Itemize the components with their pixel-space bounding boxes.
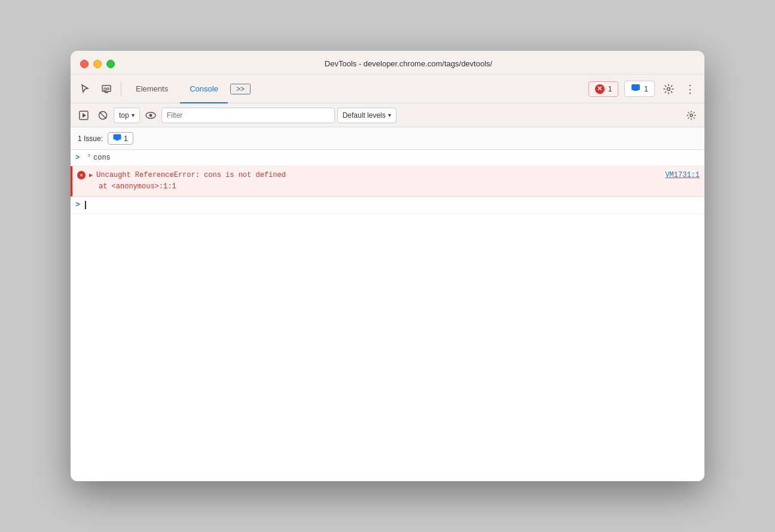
devtools-body: Elements Console >> ✕ 1 bbox=[71, 74, 704, 481]
issues-text: 1 Issue: bbox=[78, 134, 103, 143]
svg-rect-2 bbox=[104, 88, 106, 91]
clear-console-button[interactable] bbox=[94, 107, 111, 124]
error-source-link[interactable]: VM1731:1 bbox=[665, 171, 700, 179]
tab-bar: Elements Console >> ✕ 1 bbox=[71, 75, 704, 103]
tab-console[interactable]: Console bbox=[180, 75, 228, 103]
console-output: > › cons ✕ ▶ Uncaught ReferenceError: co… bbox=[71, 150, 704, 481]
message-badge-icon bbox=[631, 84, 640, 94]
svg-rect-13 bbox=[114, 134, 121, 140]
svg-point-11 bbox=[149, 114, 152, 117]
error-badge-count: 1 bbox=[608, 85, 612, 93]
svg-point-12 bbox=[690, 114, 692, 116]
issues-bar: 1 Issue: 1 bbox=[71, 127, 704, 150]
device-toolbar-button[interactable] bbox=[97, 80, 116, 99]
run-snippets-button[interactable] bbox=[75, 107, 92, 124]
settings-button[interactable] bbox=[659, 80, 678, 99]
svg-rect-4 bbox=[631, 84, 640, 90]
javascript-context-selector[interactable]: top ▾ bbox=[114, 108, 140, 123]
device-icon bbox=[101, 84, 112, 94]
tab-more-button[interactable]: >> bbox=[230, 84, 251, 94]
error-first-line: ✕ ▶ Uncaught ReferenceError: cons is not… bbox=[77, 170, 700, 181]
error-expand-icon[interactable]: ▶ bbox=[89, 172, 93, 179]
console-error-row: ✕ ▶ Uncaught ReferenceError: cons is not… bbox=[71, 166, 704, 197]
more-icon: ⋮ bbox=[685, 84, 695, 94]
svg-rect-0 bbox=[102, 85, 111, 91]
traffic-lights bbox=[80, 60, 115, 68]
eye-icon bbox=[145, 111, 156, 120]
console-input-text: cons bbox=[93, 152, 111, 163]
expand-icon[interactable]: › bbox=[87, 152, 91, 159]
svg-marker-7 bbox=[83, 113, 86, 118]
message-badge-count: 1 bbox=[644, 85, 648, 93]
close-button[interactable] bbox=[80, 60, 89, 68]
title-bar: DevTools - developer.chrome.com/tags/dev… bbox=[71, 51, 704, 74]
issues-badge-icon bbox=[113, 134, 121, 143]
devtools-window: DevTools - developer.chrome.com/tags/dev… bbox=[71, 51, 704, 481]
message-badge[interactable]: 1 bbox=[624, 81, 655, 97]
run-snippet-icon bbox=[79, 111, 89, 120]
error-message-text: Uncaught ReferenceError: cons is not def… bbox=[96, 170, 661, 181]
tab-separator bbox=[121, 82, 121, 96]
chevron-down-icon-levels: ▾ bbox=[388, 112, 391, 118]
console-toolbar: top ▾ Default levels ▾ bbox=[71, 103, 704, 127]
active-prompt-symbol: > bbox=[75, 199, 80, 211]
console-gear-icon bbox=[686, 111, 696, 120]
svg-rect-3 bbox=[107, 88, 109, 90]
error-badge[interactable]: ✕ 1 bbox=[588, 81, 619, 97]
console-settings-button[interactable] bbox=[683, 107, 700, 124]
maximize-button[interactable] bbox=[106, 60, 115, 68]
console-cursor bbox=[85, 201, 86, 209]
svg-point-5 bbox=[667, 87, 670, 90]
gear-icon bbox=[663, 84, 674, 94]
chevron-down-icon: ▾ bbox=[132, 112, 135, 118]
more-button[interactable]: ⋮ bbox=[681, 80, 700, 99]
cursor-icon bbox=[80, 84, 90, 94]
tab-elements[interactable]: Elements bbox=[126, 75, 178, 103]
error-stack-trace: at <anonymous>:1:1 bbox=[77, 181, 700, 192]
inspect-element-button[interactable] bbox=[75, 80, 94, 99]
issues-badge[interactable]: 1 bbox=[108, 132, 133, 145]
console-input-line: > › cons bbox=[71, 150, 704, 166]
window-title: DevTools - developer.chrome.com/tags/dev… bbox=[122, 59, 695, 68]
log-levels-selector[interactable]: Default levels ▾ bbox=[337, 108, 396, 123]
input-prompt-symbol: > bbox=[75, 152, 83, 163]
error-badge-icon: ✕ bbox=[595, 84, 605, 94]
error-icon: ✕ bbox=[77, 171, 86, 179]
issues-badge-count: 1 bbox=[124, 134, 128, 143]
clear-icon bbox=[98, 111, 108, 120]
minimize-button[interactable] bbox=[93, 60, 102, 68]
svg-rect-1 bbox=[105, 92, 108, 93]
filter-input[interactable] bbox=[161, 108, 335, 123]
console-active-input-row[interactable]: > bbox=[71, 197, 704, 214]
live-expressions-button[interactable] bbox=[142, 107, 159, 124]
svg-line-9 bbox=[100, 112, 106, 118]
